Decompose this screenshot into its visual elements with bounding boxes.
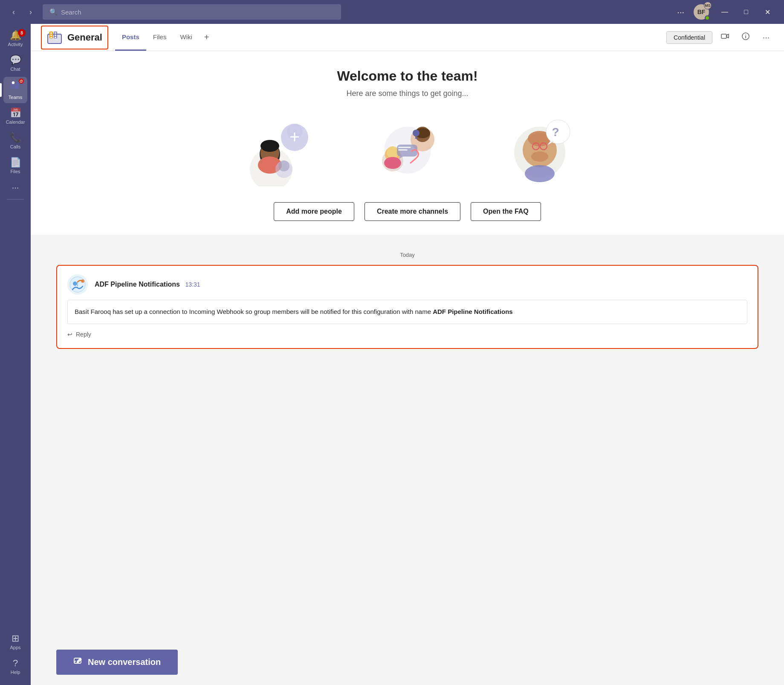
more-options-button[interactable]: ··· bbox=[674, 6, 688, 19]
message-card: ADF Pipeline Notifications 13:31 Basit F… bbox=[56, 265, 758, 349]
forward-button[interactable]: › bbox=[24, 5, 38, 19]
ms-badge: MS bbox=[704, 2, 712, 9]
posts-area: Welcome to the team! Here are some thing… bbox=[31, 51, 784, 685]
user-avatar-container[interactable]: MS BF bbox=[693, 3, 710, 20]
tab-add-button[interactable]: + bbox=[199, 24, 214, 51]
calls-icon: 📞 bbox=[10, 133, 21, 142]
info-button[interactable] bbox=[738, 30, 753, 45]
title-bar: ‹ › 🔍 ··· MS BF — □ ✕ bbox=[0, 0, 784, 24]
main-layout: 🔔 Activity 8 💬 Chat Teams @ 📅 Calendar bbox=[0, 24, 784, 685]
maximize-button[interactable]: □ bbox=[736, 5, 756, 19]
sidebar-bottom: ⊞ Apps ? Help bbox=[3, 630, 27, 682]
channel-more-button[interactable]: ··· bbox=[758, 30, 774, 45]
reply-label: Reply bbox=[76, 331, 91, 338]
more-icon: ··· bbox=[763, 32, 770, 42]
welcome-actions: Add more people Create more channels Ope… bbox=[274, 202, 541, 221]
calendar-icon: 📅 bbox=[10, 108, 21, 118]
title-bar-right: ··· MS BF — □ ✕ bbox=[674, 3, 777, 20]
sidebar: 🔔 Activity 8 💬 Chat Teams @ 📅 Calendar bbox=[0, 24, 31, 685]
svg-rect-7 bbox=[50, 32, 52, 34]
create-channels-card bbox=[356, 112, 459, 189]
channel-name: General bbox=[67, 32, 102, 43]
new-conversation-label: New conversation bbox=[88, 657, 161, 667]
minimize-button[interactable]: — bbox=[715, 5, 735, 19]
date-divider: Today bbox=[56, 252, 758, 258]
reply-button[interactable]: ↩ Reply bbox=[67, 329, 747, 340]
video-icon bbox=[721, 32, 729, 43]
welcome-section: Welcome to the team! Here are some thing… bbox=[31, 51, 784, 235]
welcome-title: Welcome to the team! bbox=[337, 68, 477, 84]
sidebar-item-chat[interactable]: 💬 Chat bbox=[3, 52, 27, 75]
sidebar-item-activity[interactable]: 🔔 Activity 8 bbox=[3, 27, 27, 50]
create-more-channels-button[interactable]: Create more channels bbox=[365, 202, 460, 221]
message-sender: ADF Pipeline Notifications bbox=[95, 281, 180, 288]
sidebar-item-files[interactable]: 📄 Files bbox=[3, 154, 27, 177]
message-header: ADF Pipeline Notifications 13:31 bbox=[67, 274, 747, 295]
chat-label: Chat bbox=[10, 67, 20, 72]
tab-files[interactable]: Files bbox=[146, 24, 174, 51]
svg-point-32 bbox=[384, 157, 401, 169]
svg-point-16 bbox=[745, 35, 746, 35]
svg-point-47 bbox=[531, 151, 548, 162]
chat-icon: 💬 bbox=[10, 55, 21, 65]
apps-label: Apps bbox=[10, 645, 20, 650]
svg-point-31 bbox=[387, 146, 399, 158]
open-faq-button[interactable]: Open the FAQ bbox=[471, 202, 541, 221]
channel-header: General Posts Files Wiki + Confidential bbox=[31, 24, 784, 51]
teams-label: Teams bbox=[9, 95, 22, 100]
search-icon: 🔍 bbox=[49, 8, 58, 16]
online-status-dot bbox=[705, 15, 710, 20]
channel-icon bbox=[47, 30, 62, 45]
faq-card: ? bbox=[484, 112, 587, 189]
close-button[interactable]: ✕ bbox=[758, 5, 777, 19]
date-divider-text: Today bbox=[400, 252, 415, 258]
tab-posts[interactable]: Posts bbox=[115, 24, 146, 51]
message-body: Basit Farooq has set up a connection to … bbox=[67, 300, 747, 324]
nav-buttons: ‹ › bbox=[7, 5, 38, 19]
svg-point-52 bbox=[73, 282, 77, 286]
video-call-button[interactable] bbox=[717, 30, 733, 45]
message-avatar bbox=[67, 274, 88, 295]
svg-rect-9 bbox=[50, 37, 52, 38]
svg-point-27 bbox=[278, 160, 289, 171]
svg-point-48 bbox=[525, 165, 555, 182]
sidebar-item-calendar[interactable]: 📅 Calendar bbox=[3, 105, 27, 128]
svg-point-36 bbox=[413, 130, 419, 136]
faq-illustration: ? bbox=[493, 112, 578, 189]
calls-label: Calls bbox=[10, 144, 20, 149]
add-people-card bbox=[229, 112, 331, 189]
sidebar-divider bbox=[7, 199, 24, 200]
search-bar[interactable]: 🔍 bbox=[43, 4, 341, 20]
channel-tabs: Posts Files Wiki + bbox=[115, 24, 214, 51]
svg-text:?: ? bbox=[552, 125, 559, 139]
help-icon: ? bbox=[13, 659, 18, 668]
search-input[interactable] bbox=[61, 9, 334, 16]
new-conversation-button[interactable]: New conversation bbox=[56, 650, 178, 675]
sidebar-more[interactable]: ··· bbox=[12, 179, 19, 196]
svg-rect-13 bbox=[55, 37, 56, 38]
add-more-people-button[interactable]: Add more people bbox=[274, 202, 354, 221]
sidebar-item-help[interactable]: ? Help bbox=[3, 655, 27, 678]
svg-point-1 bbox=[16, 82, 19, 85]
activity-label: Activity bbox=[8, 42, 23, 47]
help-label: Help bbox=[11, 670, 20, 675]
svg-point-20 bbox=[260, 140, 279, 152]
calendar-label: Calendar bbox=[6, 119, 25, 125]
teams-badge: @ bbox=[19, 78, 24, 84]
back-button[interactable]: ‹ bbox=[7, 5, 20, 19]
reply-icon: ↩ bbox=[67, 331, 72, 338]
sidebar-more-icon: ··· bbox=[12, 183, 19, 192]
confidential-badge[interactable]: Confidential bbox=[666, 31, 712, 44]
message-body-bold: ADF Pipeline Notifications bbox=[433, 308, 513, 315]
sidebar-item-apps[interactable]: ⊞ Apps bbox=[3, 630, 27, 653]
add-people-illustration bbox=[237, 112, 322, 189]
channel-title-block: General bbox=[41, 26, 108, 49]
sidebar-item-calls[interactable]: 📞 Calls bbox=[3, 130, 27, 153]
message-time: 13:31 bbox=[185, 281, 200, 288]
tab-wiki[interactable]: Wiki bbox=[173, 24, 199, 51]
sidebar-item-teams[interactable]: Teams @ bbox=[3, 77, 27, 103]
message-info: ADF Pipeline Notifications 13:31 bbox=[95, 281, 200, 288]
svg-rect-11 bbox=[55, 32, 56, 34]
welcome-cards: ? bbox=[229, 112, 587, 189]
svg-rect-14 bbox=[721, 34, 726, 38]
